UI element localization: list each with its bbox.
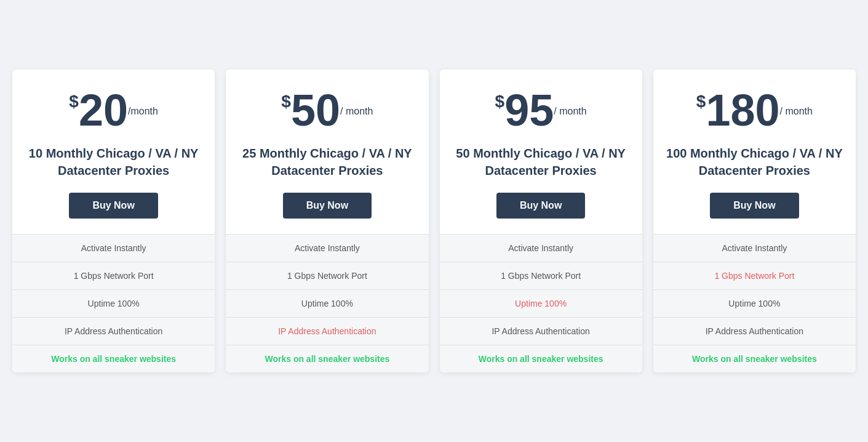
- buy-now-button[interactable]: Buy Now: [69, 193, 157, 219]
- feature-item: Works on all sneaker websites: [653, 345, 856, 372]
- plan-description: 100 Monthly Chicago / VA / NY Datacenter…: [666, 145, 843, 179]
- card-header-50: $50/ month25 Monthly Chicago / VA / NY D…: [226, 70, 428, 234]
- buy-now-button[interactable]: Buy Now: [710, 193, 798, 219]
- feature-item: Activate Instantly: [440, 234, 642, 262]
- pricing-card-95: $95/ month50 Monthly Chicago / VA / NY D…: [440, 70, 642, 372]
- feature-item: Uptime 100%: [226, 289, 428, 317]
- card-features: Activate Instantly1 Gbps Network PortUpt…: [440, 234, 642, 372]
- feature-item: Works on all sneaker websites: [440, 345, 642, 372]
- card-features: Activate Instantly1 Gbps Network PortUpt…: [226, 234, 428, 372]
- price-period: / month: [554, 106, 586, 116]
- feature-item: Works on all sneaker websites: [12, 345, 215, 372]
- plan-description: 25 Monthly Chicago / VA / NY Datacenter …: [238, 145, 416, 179]
- feature-item: Uptime 100%: [12, 289, 215, 317]
- price-period: / month: [780, 106, 813, 116]
- feature-item: Activate Instantly: [12, 234, 215, 262]
- card-features: Activate Instantly1 Gbps Network PortUpt…: [12, 234, 215, 372]
- price-period: /month: [128, 106, 158, 116]
- currency-symbol: $: [281, 93, 291, 110]
- price-line-95: $95/ month: [452, 88, 630, 132]
- feature-item: 1 Gbps Network Port: [440, 262, 642, 289]
- currency-symbol: $: [69, 93, 79, 110]
- price-amount: 20: [79, 88, 128, 132]
- feature-item: Activate Instantly: [226, 234, 428, 262]
- pricing-card-50: $50/ month25 Monthly Chicago / VA / NY D…: [226, 70, 428, 372]
- price-amount: 180: [706, 88, 779, 132]
- feature-item: 1 Gbps Network Port: [653, 262, 856, 289]
- feature-item: IP Address Authentication: [12, 317, 215, 345]
- feature-item: Uptime 100%: [653, 289, 856, 317]
- price-period: / month: [340, 106, 373, 116]
- price-amount: 50: [291, 88, 340, 132]
- feature-item: IP Address Authentication: [440, 317, 642, 345]
- card-header-95: $95/ month50 Monthly Chicago / VA / NY D…: [440, 70, 642, 234]
- price-line-50: $50/ month: [238, 88, 416, 132]
- feature-item: Activate Instantly: [653, 234, 856, 262]
- price-line-20: $20/month: [25, 88, 202, 132]
- feature-item: Uptime 100%: [440, 289, 642, 317]
- pricing-card-180: $180/ month100 Monthly Chicago / VA / NY…: [653, 70, 856, 372]
- buy-now-button[interactable]: Buy Now: [496, 193, 585, 219]
- feature-item: IP Address Authentication: [653, 317, 856, 345]
- feature-item: Works on all sneaker websites: [226, 345, 428, 372]
- currency-symbol: $: [696, 93, 706, 110]
- feature-item: 1 Gbps Network Port: [12, 262, 215, 289]
- card-header-180: $180/ month100 Monthly Chicago / VA / NY…: [653, 70, 856, 234]
- feature-item: 1 Gbps Network Port: [226, 262, 428, 289]
- price-line-180: $180/ month: [666, 88, 843, 132]
- buy-now-button[interactable]: Buy Now: [283, 193, 372, 219]
- plan-description: 10 Monthly Chicago / VA / NY Datacenter …: [25, 145, 202, 179]
- pricing-grid: $20/month10 Monthly Chicago / VA / NY Da…: [12, 70, 856, 372]
- currency-symbol: $: [495, 93, 505, 110]
- card-features: Activate Instantly1 Gbps Network PortUpt…: [653, 234, 856, 372]
- card-header-20: $20/month10 Monthly Chicago / VA / NY Da…: [12, 70, 215, 234]
- pricing-card-20: $20/month10 Monthly Chicago / VA / NY Da…: [12, 70, 215, 372]
- price-amount: 95: [504, 88, 554, 132]
- feature-item: IP Address Authentication: [226, 317, 428, 345]
- plan-description: 50 Monthly Chicago / VA / NY Datacenter …: [452, 145, 630, 179]
